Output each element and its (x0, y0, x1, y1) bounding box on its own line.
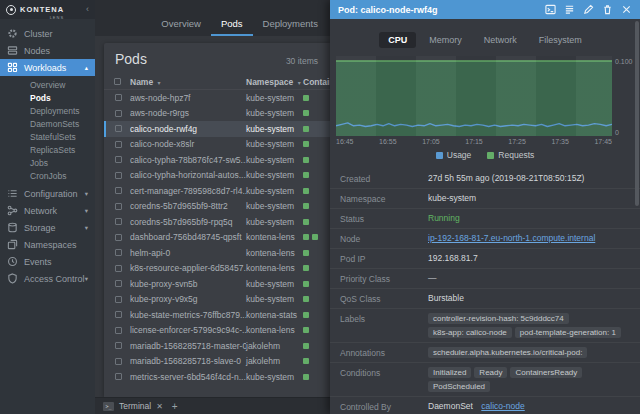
table-row[interactable]: calico-typha-horizontal-autos...kube-sys… (104, 168, 330, 184)
table-row[interactable]: aws-node-r9rgskube-system (104, 106, 330, 122)
table-row[interactable]: calico-node-x8slrkube-system (104, 137, 330, 153)
row-checkbox[interactable] (115, 342, 122, 349)
table-row[interactable]: coredns-5b7d965bf9-8ttr2kube-system (104, 199, 330, 215)
row-checkbox[interactable] (115, 203, 122, 210)
table-row[interactable]: kube-proxy-svn5bkube-system (104, 276, 330, 292)
table-row[interactable]: calico-typha-78b876fc47-sw5...kube-syste… (104, 152, 330, 168)
row-checkbox[interactable] (115, 373, 122, 380)
network-icon (7, 205, 18, 216)
sidebar-item-configuration[interactable]: Configuration ▾ (0, 185, 95, 202)
sidebar-item-jobs[interactable]: Jobs (0, 156, 95, 169)
row-checkbox[interactable] (115, 249, 122, 256)
pod-name: kube-proxy-v9x5g (130, 294, 246, 304)
row-checkbox[interactable] (115, 187, 122, 194)
label-badge: controller-revision-hash: 5c9dddcc74 (428, 313, 569, 324)
pod-logs-icon[interactable] (564, 4, 575, 15)
row-checkbox[interactable] (115, 125, 122, 132)
column-header-name[interactable]: Name ▾ (130, 77, 246, 87)
row-checkbox[interactable] (115, 218, 122, 225)
table-row[interactable]: kube-proxy-v9x5gkube-system (104, 292, 330, 308)
sidebar-item-access-control[interactable]: Access Control ▾ (0, 270, 95, 287)
close-icon[interactable] (621, 4, 632, 15)
table-row[interactable]: helm-api-0kontena-lens (104, 245, 330, 261)
controller-link[interactable]: calico-node (481, 401, 524, 411)
row-checkbox[interactable] (115, 311, 122, 318)
sidebar-item-cluster[interactable]: Cluster (0, 25, 95, 42)
table-row[interactable]: mariadb-1568285718-slave-0jakolehm (104, 354, 330, 370)
row-checkbox[interactable] (115, 110, 122, 117)
terminal-tab-label[interactable]: Terminal (119, 401, 151, 411)
row-checkbox[interactable] (115, 327, 122, 334)
tab-cpu[interactable]: CPU (379, 32, 416, 48)
sidebar-item-events[interactable]: Events (0, 253, 95, 270)
column-header-namespace[interactable]: Namespace ▾ (246, 77, 303, 87)
sidebar-item-storage[interactable]: Storage ▾ (0, 219, 95, 236)
tab-overview[interactable]: Overview (151, 14, 211, 36)
table-row[interactable]: metrics-server-6bd546f4cd-n...kube-syste… (104, 369, 330, 385)
terminal-close-icon[interactable]: ✕ (156, 402, 163, 411)
pod-shell-icon[interactable] (545, 4, 556, 15)
sidebar-collapse-icon[interactable]: ‹ (86, 5, 89, 14)
pod-name: calico-node-rwf4g (130, 124, 246, 134)
table-row[interactable]: coredns-5b7d965bf9-rpq5qkube-system (104, 214, 330, 230)
sidebar-item-replicasets[interactable]: ReplicaSets (0, 143, 95, 156)
sub-item-label: ReplicaSets (30, 145, 75, 155)
sidebar-item-nodes[interactable]: Nodes (0, 42, 95, 59)
terminal-icon: >_ (103, 402, 114, 411)
row-checkbox[interactable] (115, 234, 122, 241)
row-label: Status (340, 213, 428, 224)
table-row[interactable]: dashboard-756bd48745-qpsftkontena-lens (104, 230, 330, 246)
row-checkbox[interactable] (115, 265, 122, 272)
node-link[interactable]: ip-192-168-81-7.eu-north-1.compute.inter… (428, 233, 595, 243)
container-status-icon (303, 327, 309, 333)
detail-scrollbar[interactable] (635, 21, 639, 206)
row-checkbox[interactable] (115, 94, 122, 101)
row-value: InitializedReadyContainersReadyPodSchedu… (428, 367, 630, 392)
sidebar-item-namespaces[interactable]: Namespaces (0, 236, 95, 253)
sidebar-item-statefulsets[interactable]: StatefulSets (0, 130, 95, 143)
detail-row-labels: Labels controller-revision-hash: 5c9dddc… (330, 309, 640, 343)
pods-panel: Pods 30 items Name ▾ Namespace ▾ Contain… (104, 43, 330, 397)
row-label: Node (340, 233, 428, 244)
table-row[interactable]: kube-state-metrics-76ffbc879...kontena-s… (104, 307, 330, 323)
table-row[interactable]: license-enforcer-5799c9c94c-...kontena-l… (104, 323, 330, 339)
tab-pods[interactable]: Pods (211, 14, 253, 36)
row-checkbox[interactable] (115, 172, 122, 179)
sidebar-item-overview[interactable]: Overview (0, 78, 95, 91)
chart-legend: Usage Requests (330, 150, 640, 160)
table-row[interactable]: calico-node-rwf4gkube-system (104, 121, 330, 137)
sidebar-item-network[interactable]: Network ▾ (0, 202, 95, 219)
tab-filesystem[interactable]: Filesystem (530, 32, 591, 48)
sidebar-item-cronjobs[interactable]: CronJobs (0, 169, 95, 182)
table-row[interactable]: mariadb-1568285718-master-0jakolehm (104, 338, 330, 354)
row-checkbox[interactable] (115, 141, 122, 148)
table-row[interactable]: cert-manager-789598c8d7-rl4...kube-syste… (104, 183, 330, 199)
row-checkbox[interactable] (115, 296, 122, 303)
sidebar-item-workloads[interactable]: Workloads ▴ (0, 59, 95, 76)
column-header-containers[interactable]: Containers (303, 77, 330, 87)
row-checkbox[interactable] (115, 156, 122, 163)
select-all-checkbox[interactable] (114, 78, 121, 85)
sidebar-item-label: Workloads (24, 63, 66, 73)
legend-usage[interactable]: Usage (436, 150, 472, 160)
table-row[interactable]: k8s-resource-applier-6d58457...kontena-l… (104, 261, 330, 277)
delete-icon[interactable] (602, 4, 613, 15)
edit-icon[interactable] (583, 4, 594, 15)
pod-containers (303, 310, 330, 320)
pod-containers (303, 124, 330, 134)
panel-header: Pods 30 items (104, 43, 330, 74)
container-status-icon (303, 188, 309, 194)
tab-network[interactable]: Network (475, 32, 526, 48)
tab-memory[interactable]: Memory (420, 32, 471, 48)
row-checkbox[interactable] (115, 280, 122, 287)
sidebar-item-pods[interactable]: Pods (0, 91, 95, 104)
sidebar-item-daemonsets[interactable]: DaemonSets (0, 117, 95, 130)
table-row[interactable]: aws-node-hpz7fkube-system (104, 90, 330, 106)
layers-icon (7, 239, 18, 250)
row-checkbox[interactable] (115, 358, 122, 365)
legend-requests[interactable]: Requests (487, 150, 534, 160)
tab-deployments[interactable]: Deployments (253, 14, 328, 36)
sidebar-item-deployments[interactable]: Deployments (0, 104, 95, 117)
terminal-add-icon[interactable]: + (172, 401, 178, 412)
detail-rows: Created 27d 5h 55m ago (2019-08-21T08:50… (330, 169, 640, 414)
